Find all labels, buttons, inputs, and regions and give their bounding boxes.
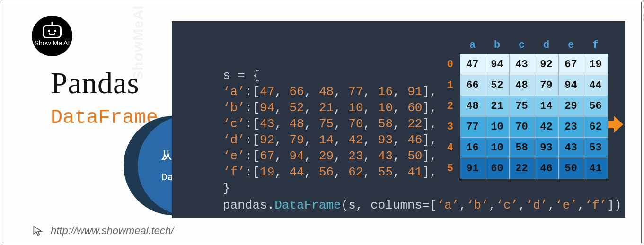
table-cell: 53	[583, 138, 608, 158]
table-cell: 43	[559, 138, 583, 158]
row-index: 2	[444, 96, 460, 117]
code-call: pandas.DataFrame(s, columns=[‘a’,‘b’,‘c’…	[223, 198, 622, 212]
table-cell: 16	[460, 138, 485, 158]
table-cell: 56	[583, 96, 608, 117]
page-title: Pandas	[51, 66, 174, 101]
table-cell: 23	[559, 117, 583, 138]
col-header: a	[460, 36, 485, 54]
table-cell: 50	[559, 158, 583, 179]
row-index: 3	[444, 117, 460, 138]
slide-frame: ShowMeAI Show Me AI Pandas DataFrame 从字典…	[2, 2, 642, 243]
col-header: f	[583, 36, 608, 54]
table-cell: 60	[485, 158, 510, 179]
table-cell: 92	[534, 54, 559, 75]
table-cell: 77	[460, 117, 485, 138]
col-header: e	[559, 36, 583, 54]
table-cell: 93	[534, 138, 559, 158]
robot-icon	[43, 25, 62, 38]
table-cell: 22	[510, 158, 534, 179]
dataframe-table: abcdef0479443926719166524879944424821751…	[444, 36, 608, 179]
table-cell: 66	[460, 75, 485, 96]
table-cell: 91	[460, 158, 485, 179]
table-cell: 48	[460, 96, 485, 117]
table-cell: 94	[485, 54, 510, 75]
cursor-icon	[32, 225, 44, 237]
row-index: 1	[444, 75, 460, 96]
table-cell: 41	[583, 158, 608, 179]
brand-logo: Show Me AI	[32, 16, 72, 56]
row-index: 5	[444, 158, 460, 179]
logo-text: Show Me AI	[35, 39, 70, 47]
col-header: b	[485, 36, 510, 54]
table-cell: 70	[510, 117, 534, 138]
table-cell: 58	[510, 138, 534, 158]
table-cell: 94	[559, 75, 583, 96]
left-panel: Show Me AI Pandas DataFrame	[32, 16, 174, 129]
table-cell: 42	[534, 117, 559, 138]
table-cell: 29	[559, 96, 583, 117]
row-index: 4	[444, 138, 460, 158]
col-header: d	[534, 36, 559, 54]
code-panel: s = { ‘a’:[47, 66, 48, 77, 16, 91], ‘b’:…	[172, 21, 625, 218]
table-cell: 52	[485, 75, 510, 96]
row-index: 0	[444, 54, 460, 75]
table-cell: 21	[485, 96, 510, 117]
table-cell: 10	[485, 117, 510, 138]
table-cell: 46	[534, 158, 559, 179]
table-cell: 75	[510, 96, 534, 117]
table-cell: 43	[510, 54, 534, 75]
code-block: s = { ‘a’:[47, 66, 48, 77, 16, 91], ‘b’:…	[223, 68, 437, 196]
table-cell: 44	[583, 75, 608, 96]
table-cell: 19	[583, 54, 608, 75]
footer: http://www.showmeai.tech/	[32, 225, 174, 237]
col-header: c	[510, 36, 534, 54]
table-cell: 14	[534, 96, 559, 117]
footer-url: http://www.showmeai.tech/	[51, 225, 174, 237]
table-cell: 67	[559, 54, 583, 75]
table-cell: 48	[510, 75, 534, 96]
table-cell: 47	[460, 54, 485, 75]
table-cell: 10	[485, 138, 510, 158]
table-cell: 62	[583, 117, 608, 138]
table-cell: 79	[534, 75, 559, 96]
watermark-right: ShowMeAI	[639, 0, 644, 22]
